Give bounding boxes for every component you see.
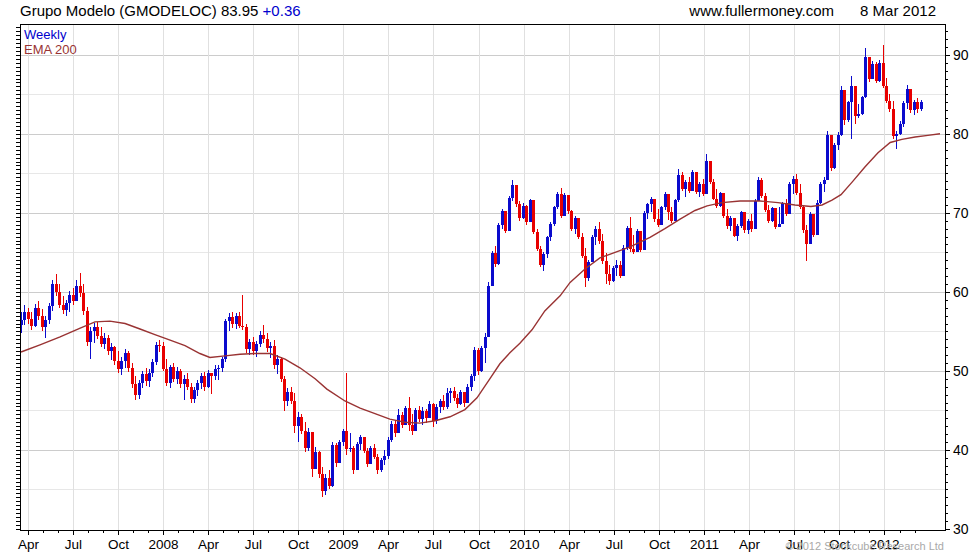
copyright-notice: © 2012 Stockcube Research Ltd [785, 540, 944, 552]
svg-text:Oct: Oct [469, 537, 490, 552]
svg-text:40: 40 [953, 442, 969, 458]
chart-title: Grupo Modelo (GMODELOC) 83.95 +0.36 [20, 2, 301, 19]
chart-date: 8 Mar 2012 [860, 2, 936, 19]
svg-text:2008: 2008 [148, 537, 178, 552]
svg-text:90: 90 [953, 47, 969, 63]
svg-text:Jul: Jul [65, 537, 82, 552]
price-chart: 30405060708090AprJulOct2008AprJulOct2009… [0, 0, 980, 560]
svg-text:Apr: Apr [559, 537, 581, 552]
chart-window: Grupo Modelo (GMODELOC) 83.95 +0.36 www.… [0, 0, 980, 560]
svg-text:Apr: Apr [378, 537, 400, 552]
legend-timeframe: Weekly [24, 27, 77, 42]
svg-text:Oct: Oct [108, 537, 129, 552]
svg-text:Oct: Oct [649, 537, 670, 552]
svg-text:Jul: Jul [425, 537, 442, 552]
svg-text:70: 70 [953, 205, 969, 221]
chart-legend: Weekly EMA 200 [24, 27, 77, 57]
svg-text:Apr: Apr [739, 537, 761, 552]
header-right: www.fullermoney.com 8 Mar 2012 [689, 2, 936, 19]
svg-text:Oct: Oct [288, 537, 309, 552]
svg-text:Jul: Jul [606, 537, 623, 552]
svg-text:Jul: Jul [245, 537, 262, 552]
svg-text:60: 60 [953, 284, 969, 300]
svg-text:2011: 2011 [690, 537, 719, 552]
svg-text:2009: 2009 [328, 537, 358, 552]
svg-text:50: 50 [953, 363, 969, 379]
svg-text:Apr: Apr [18, 537, 40, 552]
svg-text:2010: 2010 [509, 537, 539, 552]
svg-text:80: 80 [953, 126, 969, 142]
legend-ema: EMA 200 [24, 42, 77, 57]
site-url: www.fullermoney.com [689, 2, 834, 19]
instrument-and-price: Grupo Modelo (GMODELOC) 83.95 [20, 2, 258, 19]
price-change: +0.36 [263, 2, 301, 19]
svg-text:30: 30 [953, 521, 969, 537]
svg-text:Apr: Apr [198, 537, 220, 552]
